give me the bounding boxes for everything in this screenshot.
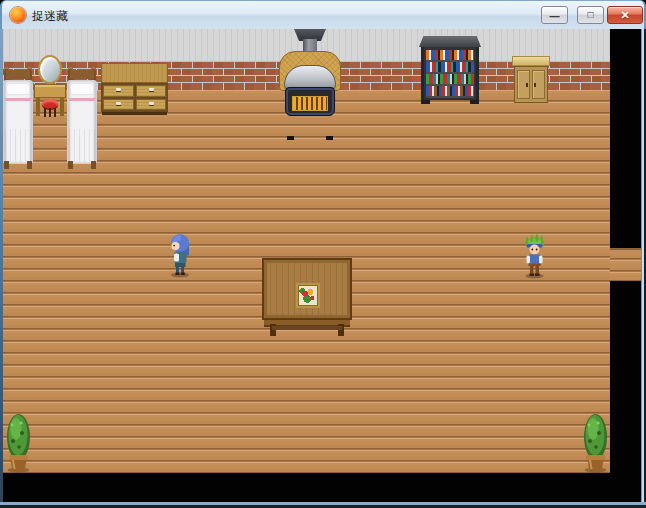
bookshelf-body	[421, 47, 479, 100]
center-table	[262, 258, 352, 336]
maximize-icon: □	[587, 9, 593, 20]
bed-pink-stripe	[5, 98, 31, 101]
window-border-right	[641, 29, 646, 508]
door-handle	[526, 83, 528, 87]
stool-legs	[44, 108, 56, 117]
vanity	[34, 55, 66, 118]
cabinet-body	[514, 66, 548, 103]
bed-mattress	[67, 80, 97, 164]
bookshelf-foot	[470, 100, 479, 104]
character-blue-haired-girl	[167, 232, 194, 278]
minimize-icon: —	[550, 9, 560, 25]
dresser-drawers	[101, 83, 168, 112]
vanity-leg	[36, 98, 40, 116]
book-row	[426, 50, 474, 60]
bed-foot	[27, 161, 32, 169]
bookshelf	[421, 36, 479, 104]
bed-pillow	[70, 83, 94, 95]
stove-foot	[326, 136, 333, 140]
door-handle	[534, 83, 536, 87]
drawer	[136, 99, 167, 111]
bed-pillow	[6, 83, 30, 95]
bed-headboard	[6, 70, 30, 79]
window-title: 捉迷藏	[32, 8, 68, 25]
drawer-handle	[116, 102, 121, 105]
bed-pink-stripe	[69, 98, 95, 101]
cabinet-door	[532, 70, 545, 99]
bed-headboard	[70, 70, 94, 79]
bed-right	[67, 67, 97, 169]
titlebar[interactable]: 捉迷藏 — □ ✕	[0, 0, 646, 29]
vanity-leg	[60, 98, 64, 116]
vanity-desk	[34, 84, 66, 98]
potted-plant-sprite	[4, 411, 33, 473]
window-border-left	[0, 29, 3, 508]
doorway-corridor	[610, 248, 641, 281]
minimize-button[interactable]: —	[541, 6, 568, 24]
dresser-top-panel	[101, 63, 168, 83]
book-row	[426, 86, 474, 96]
close-icon: ✕	[620, 9, 629, 21]
game-window: 捉迷藏 — □ ✕	[0, 0, 646, 508]
drawer-handle	[149, 88, 154, 91]
stove-grate	[292, 96, 328, 111]
table-rail	[272, 326, 342, 330]
bed-foot	[4, 161, 9, 169]
book-row	[426, 74, 474, 84]
book-row	[426, 62, 474, 72]
drawer-handle	[116, 88, 121, 91]
window-border-bottom	[0, 502, 646, 508]
small-cabinet	[514, 56, 548, 103]
stove-firebox	[285, 87, 335, 116]
green-haired-boy-sprite	[521, 232, 548, 279]
app-icon	[10, 7, 26, 23]
bed-blanket	[5, 129, 31, 162]
bookshelf-top	[419, 36, 481, 47]
bed-foot	[91, 161, 96, 169]
bed-left	[3, 67, 33, 169]
cabinet-top	[512, 56, 550, 66]
blue-haired-girl-sprite	[167, 232, 194, 278]
bed-blanket	[69, 129, 95, 162]
game-viewport[interactable]	[3, 29, 641, 502]
wood-stove	[279, 29, 341, 140]
drawer	[136, 85, 167, 97]
character-green-haired-boy	[521, 232, 548, 279]
potted-plant-left	[4, 411, 33, 473]
potted-plant-right	[581, 411, 610, 473]
bed-foot	[68, 161, 73, 169]
close-button[interactable]: ✕	[607, 6, 643, 24]
cabinet-door	[517, 70, 530, 99]
bookshelf-foot	[421, 100, 430, 104]
drawer-handle	[149, 102, 154, 105]
drawer	[103, 99, 134, 111]
mirror	[38, 55, 62, 84]
framed-flower-picture	[296, 283, 320, 308]
drawer	[103, 85, 134, 97]
dresser-base	[102, 112, 167, 115]
stove-foot	[287, 136, 294, 140]
maximize-button[interactable]: □	[577, 6, 604, 24]
potted-plant-sprite	[581, 411, 610, 473]
dresser	[101, 63, 168, 115]
bed-mattress	[3, 80, 33, 164]
